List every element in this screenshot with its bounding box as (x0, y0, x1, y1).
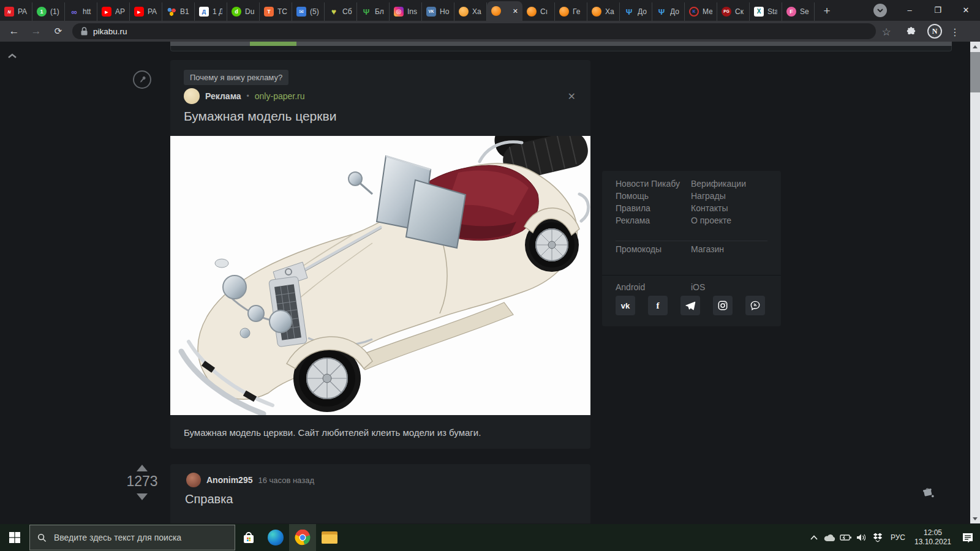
taskbar-clock[interactable]: 12:05 13.10.2021 (910, 528, 956, 547)
scrollbar-up-icon[interactable] (970, 42, 980, 51)
taskbar-store-button[interactable] (235, 524, 262, 551)
browser-tab[interactable]: dDu (227, 2, 260, 21)
footer-link[interactable]: О проекте (691, 214, 764, 227)
onedrive-cloud-icon[interactable] (823, 524, 837, 551)
footer-link[interactable]: Помощь (616, 190, 689, 202)
footer-link-promo[interactable]: Промокоды (616, 244, 662, 254)
browser-tab[interactable]: PGСк (717, 2, 750, 21)
footer-link-ios[interactable]: iOS (691, 282, 705, 292)
start-button[interactable] (0, 524, 29, 551)
taskbar-explorer-button[interactable] (316, 524, 343, 551)
speaker-icon[interactable] (854, 524, 869, 551)
upvote-icon[interactable] (137, 465, 148, 471)
viber-social-button[interactable] (745, 296, 765, 315)
language-indicator[interactable]: РУС (886, 533, 910, 542)
browser-tab[interactable]: ▶AP (97, 2, 130, 21)
next-post-title[interactable]: Справка (185, 492, 233, 506)
browser-tab-active[interactable]: ✕ (487, 1, 522, 21)
browser-tab[interactable]: B1 (162, 2, 195, 21)
footer-link[interactable]: Новости Пикабу (616, 178, 689, 190)
close-ad-icon[interactable]: ✕ (568, 91, 576, 102)
address-bar[interactable]: pikabu.ru (72, 23, 876, 39)
nrj-favicon-icon: N (4, 7, 14, 17)
new-tab-button[interactable]: + (818, 2, 835, 20)
taskbar-edge-button[interactable] (262, 524, 289, 551)
whatsapp-favicon-icon: 1 (37, 7, 47, 17)
browser-tab[interactable]: ▶PA (130, 2, 162, 21)
scrollbar-down-icon[interactable] (970, 514, 980, 523)
taskbar-search-box[interactable]: Введите здесь текст для поиска (29, 525, 235, 550)
browser-tab[interactable]: ✉(5) (292, 2, 325, 21)
battery-icon[interactable] (839, 524, 853, 551)
page-scrollbar[interactable] (970, 42, 980, 523)
ad-domain-link[interactable]: only-paper.ru (255, 91, 305, 101)
browser-tab[interactable]: ♥Сб (325, 2, 357, 21)
browser-tab[interactable]: TTC (260, 2, 292, 21)
username-link[interactable]: Anonim295 (206, 475, 252, 485)
extensions-puzzle-icon[interactable] (903, 24, 919, 40)
footer-link[interactable]: Контакты (691, 202, 764, 214)
vk-social-button[interactable]: vk (616, 296, 635, 315)
dropbox-icon[interactable] (870, 524, 885, 551)
tab-search-button[interactable] (873, 4, 887, 17)
scroll-to-top-button[interactable] (7, 50, 17, 61)
tab-close-icon[interactable]: ✕ (513, 7, 518, 15)
post-title[interactable]: Бумажная модель церкви (184, 109, 336, 124)
browser-tab[interactable]: ΨБл (357, 2, 390, 21)
browser-tab[interactable]: ◎Ins (390, 2, 422, 21)
browser-tab[interactable]: XSta (750, 2, 782, 21)
minimize-button[interactable]: – (895, 0, 924, 20)
instagram-social-button[interactable] (713, 296, 733, 315)
browser-tab[interactable]: VKНо (422, 2, 454, 21)
theme-paint-bucket-icon[interactable] (921, 485, 935, 501)
taskbar-chrome-button-active[interactable] (289, 524, 316, 551)
browser-tab[interactable]: Сı (522, 2, 555, 21)
footer-link-shop[interactable]: Магазин (691, 244, 724, 254)
why-ads-chip[interactable]: Почему я вижу рекламу? (184, 70, 288, 85)
browser-tab[interactable]: Ха (587, 2, 620, 21)
downvote-icon[interactable] (137, 493, 148, 500)
browser-tab[interactable]: Ге (555, 2, 587, 21)
pikabu-sad-favicon-icon (459, 7, 469, 17)
footer-link[interactable]: Правила (616, 202, 689, 214)
menu-dots-icon[interactable]: ⋮ (947, 24, 963, 40)
trident-favicon-icon: Ψ (624, 7, 634, 17)
browser-tab[interactable]: Д1 Д (195, 2, 227, 21)
back-icon[interactable]: ← (4, 21, 24, 42)
tab-title: Ск (735, 7, 745, 16)
footer-link[interactable]: Награды (691, 190, 764, 202)
action-center-icon[interactable] (956, 524, 980, 551)
browser-tab[interactable]: FSe (782, 2, 815, 21)
separator-dot: • (247, 92, 249, 100)
restore-button[interactable]: ❐ (924, 0, 952, 20)
browser-tab[interactable]: ΨДо (620, 2, 652, 21)
user-avatar[interactable] (186, 473, 201, 487)
browser-tab[interactable]: КМе (685, 2, 717, 21)
telegram-social-button[interactable] (680, 296, 700, 315)
browser-tab[interactable]: ∞htt (65, 2, 97, 21)
browser-tab[interactable]: ΨДо (652, 2, 685, 21)
pikabu-favicon-icon (527, 7, 537, 17)
post-image[interactable] (170, 136, 590, 415)
mail-favicon-icon: ✉ (296, 7, 306, 17)
next-post-author-row: Anonim295 16 часов назад (186, 473, 314, 487)
reload-icon[interactable]: ⟳ (48, 21, 69, 42)
scrollbar-thumb[interactable] (970, 52, 980, 92)
footer-link[interactable]: Верификации (691, 178, 764, 190)
profile-avatar[interactable]: N (927, 24, 942, 39)
tray-expand-icon[interactable] (807, 524, 821, 551)
footer-link[interactable]: Реклама (616, 214, 689, 227)
close-window-button[interactable]: ✕ (952, 0, 980, 20)
instagram-favicon-icon: ◎ (394, 7, 404, 17)
forward-icon[interactable]: → (26, 21, 47, 42)
post-timestamp: 16 часов назад (258, 476, 314, 485)
footer-link-android[interactable]: Android (616, 282, 645, 292)
browser-tab[interactable]: NPA (0, 2, 32, 21)
facebook-social-button[interactable]: f (648, 296, 668, 315)
bookmark-star-icon[interactable]: ☆ (878, 24, 894, 40)
windows-logo-icon (9, 532, 20, 543)
ad-avatar[interactable] (184, 88, 200, 104)
browser-tab[interactable]: Ха (454, 2, 487, 21)
pin-post-button[interactable] (133, 70, 151, 89)
browser-tab[interactable]: 1(1) (32, 2, 65, 21)
